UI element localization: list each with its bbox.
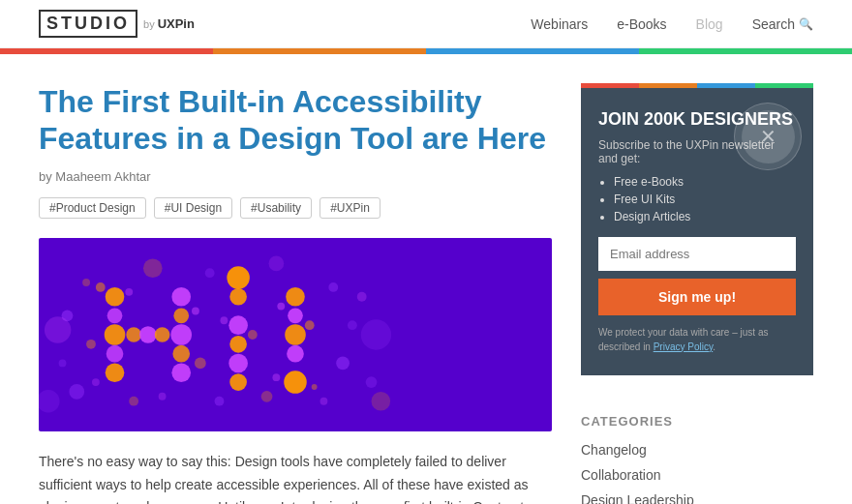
- svg-point-21: [228, 315, 248, 335]
- nav-blog[interactable]: Blog: [696, 16, 723, 32]
- category-collaboration[interactable]: Collaboration: [581, 467, 813, 483]
- search-button[interactable]: Search 🔍: [752, 16, 813, 32]
- svg-point-47: [129, 397, 138, 406]
- site-header: STUDIO by UXPin Webinars e-Books Blog Se…: [0, 0, 852, 48]
- privacy-policy-link[interactable]: Privacy Policy: [654, 341, 714, 352]
- svg-point-9: [171, 287, 191, 307]
- svg-point-3: [105, 324, 126, 345]
- svg-point-23: [228, 353, 248, 372]
- search-label: Search: [752, 16, 795, 32]
- svg-point-7: [139, 326, 157, 343]
- svg-point-11: [170, 324, 192, 345]
- logo-by: by: [143, 18, 155, 30]
- svg-point-17: [192, 307, 199, 314]
- author-line: by Maaheem Akhtar: [39, 169, 552, 184]
- categories-section: CATEGORIES Changelog Collaboration Desig…: [581, 404, 813, 504]
- svg-point-4: [106, 345, 124, 363]
- svg-point-15: [125, 288, 133, 296]
- svg-point-27: [248, 330, 258, 340]
- svg-point-10: [173, 308, 189, 323]
- main-nav: Webinars e-Books Blog Search 🔍: [531, 16, 813, 32]
- svg-point-25: [227, 266, 250, 289]
- svg-point-50: [357, 292, 367, 302]
- logo-studio[interactable]: STUDIO: [39, 10, 137, 38]
- benefit-ebooks: Free e-Books: [614, 175, 796, 189]
- svg-point-48: [320, 398, 328, 405]
- svg-point-51: [205, 268, 215, 278]
- svg-point-57: [372, 392, 391, 411]
- newsletter-box: ✕ JOIN 200K DESIGNERS Subscribe to the U…: [581, 83, 813, 375]
- svg-point-35: [272, 373, 280, 381]
- nav-ebooks[interactable]: e-Books: [617, 16, 666, 32]
- privacy-note: We protect your data with care – just as…: [598, 325, 796, 354]
- svg-point-19: [92, 378, 100, 386]
- svg-point-2: [107, 308, 123, 323]
- svg-point-29: [288, 308, 303, 323]
- svg-point-55: [269, 255, 285, 271]
- nav-webinars[interactable]: Webinars: [531, 16, 588, 32]
- category-changelog[interactable]: Changelog: [581, 442, 813, 458]
- badge-inner: ✕: [742, 110, 795, 163]
- article-content: The First Built-in Accessibility Feature…: [39, 83, 552, 504]
- newsletter-benefits: Free e-Books Free UI Kits Design Article…: [598, 175, 796, 223]
- article-body: There's no easy way to say this: Design …: [39, 451, 552, 504]
- svg-point-32: [284, 371, 307, 394]
- article-title: The First Built-in Accessibility Feature…: [39, 83, 552, 158]
- svg-point-45: [59, 359, 67, 367]
- svg-point-16: [86, 340, 96, 349]
- signup-button[interactable]: Sign me up!: [598, 279, 796, 315]
- main-layout: The First Built-in Accessibility Feature…: [0, 54, 852, 504]
- svg-point-46: [366, 376, 378, 388]
- svg-point-30: [285, 324, 306, 345]
- svg-point-26: [220, 316, 228, 324]
- svg-point-13: [171, 363, 191, 382]
- svg-point-34: [305, 320, 315, 330]
- categories-title: CATEGORIES: [581, 414, 813, 429]
- svg-point-54: [143, 258, 163, 278]
- svg-point-6: [126, 327, 141, 342]
- svg-point-49: [82, 279, 90, 286]
- svg-point-24: [229, 373, 247, 391]
- tag-usability[interactable]: #Usability: [240, 197, 312, 219]
- svg-point-31: [287, 345, 304, 363]
- svg-point-39: [328, 282, 338, 292]
- tag-ui-design[interactable]: #UI Design: [154, 197, 232, 219]
- svg-point-22: [229, 336, 247, 353]
- svg-point-12: [172, 345, 190, 363]
- tag-product-design[interactable]: #Product Design: [39, 197, 146, 219]
- benefit-articles: Design Articles: [614, 210, 796, 223]
- hero-image: [39, 238, 552, 431]
- svg-point-28: [286, 287, 305, 307]
- logo-area: STUDIO by UXPin: [39, 10, 195, 38]
- svg-point-36: [312, 384, 318, 390]
- category-design-leadership[interactable]: Design Leadership: [581, 492, 813, 504]
- right-sidebar: ✕ JOIN 200K DESIGNERS Subscribe to the U…: [581, 83, 813, 504]
- svg-point-38: [69, 384, 84, 400]
- email-input[interactable]: [598, 237, 796, 271]
- logo-uxpin: UXPin: [158, 16, 195, 31]
- svg-point-40: [336, 356, 350, 370]
- svg-point-42: [261, 391, 273, 402]
- svg-point-53: [361, 319, 391, 349]
- svg-point-18: [195, 357, 206, 369]
- svg-point-8: [155, 327, 170, 342]
- svg-point-20: [229, 288, 247, 306]
- svg-point-44: [348, 320, 357, 330]
- svg-point-33: [277, 302, 285, 310]
- svg-point-1: [106, 287, 125, 307]
- svg-point-41: [215, 397, 225, 406]
- tag-uxpin[interactable]: #UXPin: [320, 197, 380, 219]
- svg-point-14: [96, 282, 106, 292]
- svg-point-5: [106, 363, 125, 382]
- svg-point-52: [45, 316, 71, 342]
- tag-list: #Product Design #UI Design #Usability #U…: [39, 197, 552, 219]
- benefit-uikits: Free UI Kits: [614, 193, 796, 206]
- newsletter-badge: ✕: [734, 103, 802, 170]
- search-icon: 🔍: [799, 17, 813, 31]
- svg-point-43: [159, 393, 167, 400]
